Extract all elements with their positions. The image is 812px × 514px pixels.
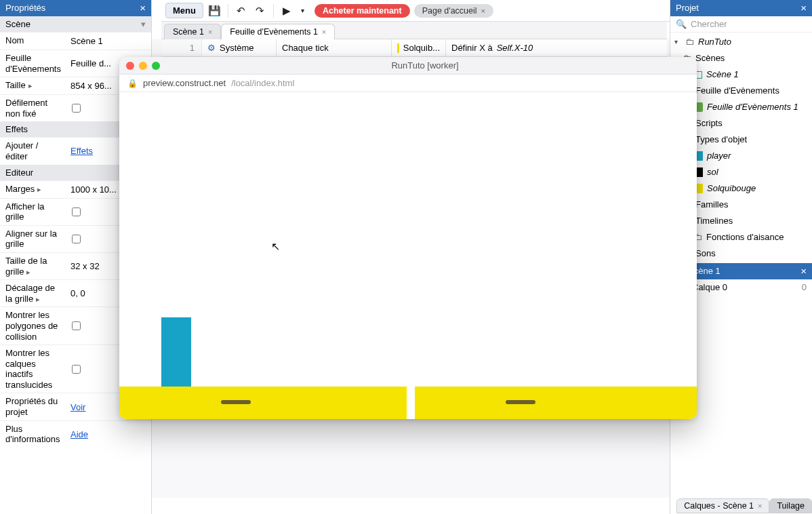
preview-titlebar[interactable]: RunTuto [worker] [119,57,697,75]
prop-value[interactable]: Scène 1 [65,33,151,50]
cursor-icon: ↖ [271,240,280,253]
preview-url-path: /local/index.html [231,78,294,88]
checkbox-snapgrid[interactable] [72,235,81,243]
prop-key: Propriétés du projet [0,393,65,420]
event-action-prefix: Définir X à [451,43,493,53]
search-placeholder: Chercher [691,19,727,29]
tree-project-label: RunTuto [698,35,731,49]
properties-panel-title: Propriétés [5,0,45,16]
editor-tabstrip: Scène 1 × Feuille d'Evènements 1 × [161,22,667,39]
window-maximize-icon[interactable] [152,62,160,70]
prop-row-name[interactable]: Nom Scène 1 [0,32,151,50]
tree-families-label: Familles [695,198,728,212]
prop-key: Montrer les calques inactifs translucide… [0,345,65,393]
preview-window: RunTuto [worker] 🔒 preview.construct.net… [119,57,697,419]
prop-key: Nom [0,33,65,50]
tree-eventsheets-label: Feuille d'Evènements [695,84,779,98]
layer-count: 0 [802,282,807,292]
tree-scripts-label: Scripts [695,117,723,130]
buy-now-chip[interactable]: Acheter maintenant [314,4,410,18]
checkbox-showlayers[interactable] [72,365,81,374]
close-icon[interactable]: × [208,28,212,36]
game-ground-left [119,387,407,419]
tree-scene1-label: Scène 1 [706,68,739,81]
checkbox-showgrid[interactable] [72,207,81,216]
tree-scenes-label: Scènes [695,52,725,65]
link-effects[interactable]: Effets [70,146,93,156]
tree-obj-sol-label: sol [707,165,718,179]
search-icon: 🔍 [676,19,687,29]
save-icon[interactable]: 💾 [207,3,222,18]
prop-value[interactable]: Aide [65,421,151,448]
checkbox-showpoly[interactable] [72,321,81,330]
redo-icon[interactable]: ↷ [253,3,268,18]
prop-key: Feuille d'Evènements [0,50,65,77]
event-action-expr: Self.X-10 [497,43,533,53]
event-number: 1 [161,39,202,56]
tab-eventsheet[interactable]: Feuille d'Evènements 1 × [221,24,335,39]
game-ground-right [415,387,697,419]
prop-key: Marges [0,181,65,198]
checkbox-scroll[interactable] [72,104,81,113]
event-condition-cell[interactable]: Chaque tick [277,39,392,56]
ground-mark [506,400,535,404]
play-icon[interactable]: ▶ [279,3,294,18]
prop-key: Aligner sur la grille [0,226,65,252]
ground-mark [221,400,251,404]
prop-key: Montrer les polygones de collision [0,307,65,344]
lock-icon: 🔒 [127,79,138,88]
event-system-cell[interactable]: ⚙ Système [202,39,277,56]
bottom-tab-layers-label: Calques - Scène 1 [684,501,754,511]
window-controls [126,62,160,70]
event-object-cell[interactable]: Solquib... [392,39,446,56]
menu-button[interactable]: Menu [165,3,203,18]
chevron-down-icon[interactable]: ▾ [674,35,681,49]
bottom-tab-tilemap[interactable]: Tuilage [769,498,812,513]
prop-key: Taille de la grille [0,253,65,279]
project-search[interactable]: 🔍 Chercher [670,16,812,33]
layer-name: Calque 0 [692,282,727,292]
link-view-project[interactable]: Voir [70,402,85,412]
prop-row-moreinfo[interactable]: Plus d'informations Aide [0,420,151,448]
buy-now-label: Acheter maintenant [323,6,402,16]
event-action-cell[interactable]: Définir X à Self.X-10 [446,39,667,56]
tab-scene-label: Scène 1 [173,27,204,37]
section-scene[interactable]: Scène ▾ [0,16,151,32]
home-page-label: Page d'accueil [422,6,477,16]
close-icon[interactable]: × [758,502,762,510]
preview-url-host: preview.construct.net [143,78,226,88]
tree-timelines-label: Timelines [695,214,733,228]
project-panel-title: Projet [676,0,699,16]
close-icon[interactable]: × [481,7,485,15]
preview-addressbar: 🔒 preview.construct.net/local/index.html [119,75,697,92]
home-page-chip[interactable]: Page d'accueil × [414,4,493,18]
tree-eases-label: Fonctions d'aisance [706,231,784,244]
prop-key: Décalage de la grille [0,280,65,307]
bottom-tab-layers[interactable]: Calques - Scène 1 × [676,498,769,513]
separator [228,4,228,18]
undo-icon[interactable]: ↶ [234,3,249,18]
tree-eventsheet1-label: Feuille d'Evènements 1 [707,100,798,114]
chevron-down-icon: ▾ [141,19,146,29]
object-swatch-icon [397,43,399,53]
play-dropdown-icon[interactable]: ▾ [296,3,310,18]
preview-window-title: RunTuto [worker] [391,60,458,71]
close-icon[interactable]: × [800,263,807,279]
section-scene-label: Scène [5,19,31,29]
close-icon[interactable]: × [800,0,807,16]
preview-canvas[interactable]: ↖ [119,92,697,419]
prop-key: Afficher la grille [0,199,65,225]
event-object-label: Solquib... [403,43,440,53]
tab-scene[interactable]: Scène 1 × [164,24,221,39]
close-icon[interactable]: × [322,28,326,36]
link-help[interactable]: Aide [70,429,88,439]
tree-objtypes-label: Types d'objet [695,133,747,146]
event-row[interactable]: 1 ⚙ Système Chaque tick Solquib... Défin… [161,39,667,57]
window-minimize-icon[interactable] [139,62,147,70]
folder-icon: 🗀 [685,35,694,49]
gear-icon: ⚙ [207,43,216,53]
tree-obj-player-label: player [707,149,731,163]
tree-project[interactable]: ▾ 🗀 RunTuto [670,34,812,50]
close-icon[interactable]: × [140,0,146,16]
window-close-icon[interactable] [126,62,134,70]
